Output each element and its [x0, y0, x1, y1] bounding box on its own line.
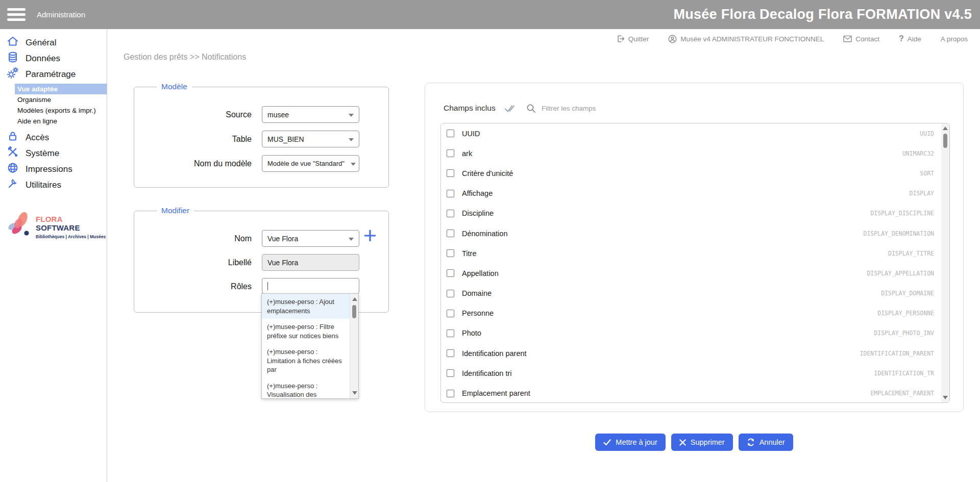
parametrage-submenu: Vue adaptée Organisme Modèles (exports &… [0, 84, 107, 126]
checkbox[interactable] [447, 349, 454, 357]
source-label: Source [134, 106, 252, 123]
checkbox[interactable] [447, 169, 454, 177]
modele-legend: Modèle [157, 82, 192, 91]
source-select[interactable]: musee [262, 106, 359, 123]
cancel-button[interactable]: Annuler [739, 434, 793, 451]
filter-input[interactable]: Filtrer les champs [542, 105, 596, 112]
checkbox[interactable] [447, 130, 454, 137]
brand-tagline: Bibliothèques | Archives | Musées [36, 234, 107, 239]
checkbox[interactable] [447, 190, 454, 197]
update-button[interactable]: Mettre à jour [595, 434, 665, 451]
sidebar-item-parametrage[interactable]: Paramétrage [0, 66, 107, 82]
sidebar: Général Données Paramétrage Vue adaptée … [0, 29, 107, 482]
roles-input[interactable] [262, 278, 359, 294]
action-buttons: Mettre à jour Supprimer Annuler [425, 434, 964, 451]
roles-option[interactable]: (+)musee-perso : Ajout emplacements [262, 294, 350, 319]
aide-link[interactable]: ? Aide [899, 34, 921, 43]
double-check-icon[interactable] [504, 104, 515, 115]
sidebar-item-donnees[interactable]: Données [0, 50, 107, 66]
nom-du-modele-select[interactable]: Modèle de vue "Standard" [262, 155, 359, 172]
tools-icon [7, 146, 19, 161]
checkbox[interactable] [447, 230, 454, 237]
nom-du-modele-label: Nom du modèle [134, 155, 252, 172]
checkbox[interactable] [447, 390, 454, 397]
home-icon [7, 35, 19, 50]
utility-bar: Quitter Musée v4 ADMINISTRATEUR FONCTION… [617, 29, 980, 48]
wrench-icon [7, 177, 19, 192]
field-row: UUIDUUID [441, 123, 949, 143]
field-code: DISPLAY_TITRE [888, 250, 949, 257]
chevron-down-icon [349, 238, 354, 241]
nom-select[interactable]: Vue Flora [262, 230, 359, 247]
chevron-down-icon [351, 163, 356, 166]
app-label: Administration [37, 10, 85, 19]
sidebar-item-impressions[interactable]: Impressions [0, 161, 107, 177]
field-code: DISPLAY_DENOMINATION [864, 230, 949, 237]
champs-inclus-panel: Champs inclus Filtrer les champs UUIDUUI… [425, 83, 964, 412]
field-code: DISPLAY_PERSONNE [877, 310, 949, 317]
scroll-up-icon[interactable] [943, 126, 948, 130]
field-row: Identification triIDENTIFICATION_TR [441, 363, 949, 383]
field-row: Identification parentIDENTIFICATION_PARE… [441, 343, 949, 363]
checkbox[interactable] [447, 290, 454, 297]
field-row: PhotoDISPLAY_PHOTO_INV [441, 323, 949, 343]
quitter-link[interactable]: Quitter [617, 35, 649, 43]
globe-icon [7, 162, 19, 176]
page-title: Musée Flora Decalog Flora FORMATION v4.5 [673, 7, 972, 22]
delete-button[interactable]: Supprimer [671, 434, 733, 451]
fields-list-scrollbar[interactable] [941, 123, 949, 402]
hamburger-menu-icon[interactable] [7, 8, 26, 21]
checkbox[interactable] [447, 249, 454, 257]
table-label: Table [134, 131, 252, 147]
sidebar-item-general[interactable]: Général [0, 35, 107, 50]
checkbox[interactable] [447, 149, 454, 157]
scroll-down-icon[interactable] [943, 396, 948, 399]
contact-link[interactable]: Contact [843, 35, 879, 43]
database-icon [7, 51, 19, 66]
breadcrumb: Gestion des prêts >> Notifications [124, 53, 246, 62]
sidebar-item-acces[interactable]: Accès [0, 130, 107, 145]
submenu-item-aide-en-ligne[interactable]: Aide en ligne [0, 116, 107, 126]
submenu-item-modeles[interactable]: Modèles (exports & impr.) [0, 105, 107, 116]
flora-software-logo: FLORA SOFTWARE Bibliothèques | Archives … [4, 210, 107, 244]
champs-inclus-title: Champs inclus [444, 104, 496, 113]
submenu-item-vue-adaptee[interactable]: Vue adaptée [15, 84, 107, 94]
brand-flora: FLORA [36, 215, 62, 223]
scroll-down-icon[interactable] [352, 391, 357, 395]
libelle-input[interactable]: Vue Flora [262, 254, 359, 271]
field-row: DénominationDISPLAY_DENOMINATION [441, 223, 949, 243]
a-propos-link[interactable]: A propos [941, 35, 968, 43]
add-view-button[interactable] [362, 228, 378, 243]
roles-option[interactable]: (+)musee-perso : Limitation à fiches cré… [262, 344, 350, 378]
roles-dropdown-scrollbar[interactable] [350, 294, 358, 398]
modele-fieldset: Modèle Source musee Table MUS_BIEN Nom d… [134, 87, 389, 188]
field-code: DISPLAY_APPELLATION [867, 270, 949, 277]
search-icon [526, 104, 536, 115]
scroll-thumb[interactable] [352, 305, 356, 318]
field-row: DomaineDISPLAY_DOMAINE [441, 284, 949, 303]
sidebar-item-systeme[interactable]: Système [0, 145, 107, 161]
roles-option[interactable]: (+)musee-perso : Filtre préfixe sur noti… [262, 319, 350, 344]
field-row: Critère d'unicitéSORT [441, 163, 949, 183]
brand-software: SOFTWARE [36, 223, 80, 232]
checkbox[interactable] [447, 329, 454, 337]
scroll-thumb[interactable] [943, 134, 947, 148]
table-select[interactable]: MUS_BIEN [262, 131, 359, 147]
field-code: IDENTIFICATION_TR [874, 370, 949, 377]
user-account-link[interactable]: Musée v4 ADMINISTRATEUR FONCTIONNEL [668, 35, 824, 43]
roles-option[interactable]: (+)musee-perso : Visualisation des [262, 378, 350, 399]
field-code: IDENTIFICATION_PARENT [860, 350, 949, 357]
submenu-item-organisme[interactable]: Organisme [0, 94, 107, 105]
checkbox[interactable] [447, 310, 454, 317]
butterfly-logo-icon [4, 210, 34, 244]
checkbox[interactable] [447, 210, 454, 217]
top-bar: Administration Musée Flora Decalog Flora… [0, 0, 980, 29]
field-row: Emplacement parentEMPLACEMENT_PARENT [441, 383, 949, 403]
modifier-legend: Modifier [157, 206, 194, 215]
scroll-up-icon[interactable] [352, 297, 357, 301]
fields-list: UUIDUUID arkUNIMARC32 Critère d'unicitéS… [440, 123, 950, 403]
logout-icon [617, 35, 625, 43]
checkbox[interactable] [447, 369, 454, 377]
checkbox[interactable] [447, 269, 454, 277]
sidebar-item-utilitaires[interactable]: Utilitaires [0, 177, 107, 193]
